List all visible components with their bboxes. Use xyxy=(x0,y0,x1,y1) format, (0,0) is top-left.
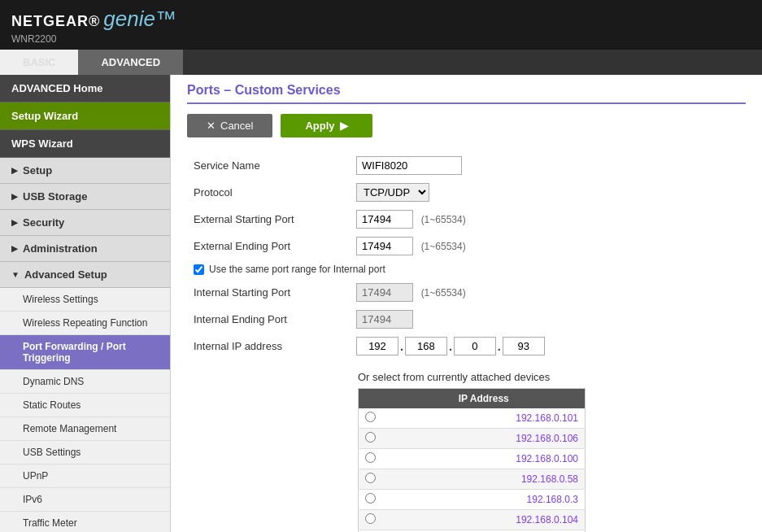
protocol-select[interactable]: TCP/UDP TCP UDP xyxy=(356,183,429,202)
security-arrow-icon: ▶ xyxy=(11,218,18,227)
sidebar-item-port-forwarding[interactable]: Port Forwarding / Port Triggering xyxy=(0,335,170,370)
device-table: IP Address 192.168.0.101 192.168.0.106 1… xyxy=(358,388,586,532)
device-row: 192.168.0.58 xyxy=(359,469,586,490)
service-name-cell xyxy=(350,152,746,179)
int-start-port-label: Internal Starting Port xyxy=(187,279,350,306)
ip-part-2[interactable] xyxy=(405,337,447,355)
device-table-label: Or select from currently attached device… xyxy=(358,371,746,383)
sidebar-item-wps-wizard[interactable]: WPS Wizard xyxy=(0,130,170,158)
cancel-label: Cancel xyxy=(220,120,253,132)
sidebar-item-usb-settings[interactable]: USB Settings xyxy=(0,441,170,464)
sidebar-group-usb-header[interactable]: ▶ USB Storage xyxy=(0,184,170,210)
apply-button[interactable]: Apply ▶ xyxy=(281,114,372,137)
sidebar-item-wireless-settings[interactable]: Wireless Settings xyxy=(0,288,170,312)
device-radio-cell xyxy=(359,449,383,469)
brand-genie: genie™ xyxy=(103,7,176,32)
device-row: 192.168.0.101 xyxy=(359,408,586,429)
device-radio-cell xyxy=(359,490,383,510)
same-range-label[interactable]: Use the same port range for Internal por… xyxy=(194,264,739,275)
ip-part-1[interactable] xyxy=(356,337,398,355)
ip-dot-2: . xyxy=(449,340,452,353)
tab-advanced[interactable]: ADVANCED xyxy=(78,50,183,75)
ip-label: Internal IP address xyxy=(187,333,350,360)
ip-cell: . . . xyxy=(350,333,746,360)
device-ip-5[interactable]: 192.168.0.104 xyxy=(383,510,586,530)
protocol-row: Protocol TCP/UDP TCP UDP xyxy=(187,179,746,206)
sidebar-item-wireless-repeating[interactable]: Wireless Repeating Function xyxy=(0,312,170,335)
protocol-label: Protocol xyxy=(187,179,350,206)
sidebar-item-upnp[interactable]: UPnP xyxy=(0,464,170,488)
device-radio-cell xyxy=(359,429,383,449)
tab-basic[interactable]: BASIC xyxy=(0,50,78,75)
int-end-port-label: Internal Ending Port xyxy=(187,306,350,333)
sidebar-group-setup-header[interactable]: ▶ Setup xyxy=(0,158,170,184)
device-ip-0[interactable]: 192.168.0.101 xyxy=(383,408,586,429)
ip-dot-1: . xyxy=(400,340,403,353)
sidebar-group-administration-header[interactable]: ▶ Administration xyxy=(0,236,170,262)
device-radio-3[interactable] xyxy=(365,473,376,483)
sidebar-group-usb: ▶ USB Storage xyxy=(0,184,170,210)
device-radio-4[interactable] xyxy=(365,493,376,504)
sidebar-group-advanced-setup-header[interactable]: ▼ Advanced Setup xyxy=(0,262,170,288)
apply-arrow-icon: ▶ xyxy=(340,120,348,132)
advanced-setup-submenu: Wireless Settings Wireless Repeating Fun… xyxy=(0,288,170,532)
form-table: Service Name Protocol TCP/UDP TCP UDP xyxy=(187,152,746,360)
same-range-checkbox[interactable] xyxy=(194,264,204,275)
ip-row: Internal IP address . . . xyxy=(187,333,746,360)
device-radio-1[interactable] xyxy=(365,432,376,443)
cancel-button[interactable]: ✕ Cancel xyxy=(187,114,272,137)
admin-label: Administration xyxy=(23,242,98,255)
device-ip-4[interactable]: 192.168.0.3 xyxy=(383,490,586,510)
int-end-port-row: Internal Ending Port xyxy=(187,306,746,333)
device-table-section: Or select from currently attached device… xyxy=(358,371,746,532)
setup-arrow-icon: ▶ xyxy=(11,166,18,175)
sidebar-group-security-header[interactable]: ▶ Security xyxy=(0,210,170,236)
sidebar-item-traffic-meter[interactable]: Traffic Meter xyxy=(0,512,170,532)
cancel-x-icon: ✕ xyxy=(207,120,216,132)
protocol-cell: TCP/UDP TCP UDP xyxy=(350,179,746,206)
int-end-port-cell xyxy=(350,306,746,333)
main-layout: ADVANCED Home Setup Wizard WPS Wizard ▶ … xyxy=(0,75,762,532)
service-name-row: Service Name xyxy=(187,152,746,179)
sidebar-item-advanced-home[interactable]: ADVANCED Home xyxy=(0,75,170,102)
ext-end-port-input[interactable] xyxy=(356,237,413,255)
device-table-radio-header xyxy=(359,389,383,409)
ip-dot-3: . xyxy=(498,340,501,353)
main-tabs: BASIC ADVANCED xyxy=(0,50,762,75)
device-radio-0[interactable] xyxy=(365,412,376,422)
device-radio-5[interactable] xyxy=(365,513,376,524)
int-end-port-input[interactable] xyxy=(356,310,413,329)
ip-part-4[interactable] xyxy=(503,337,545,355)
sidebar-item-setup-wizard[interactable]: Setup Wizard xyxy=(0,102,170,130)
device-radio-cell xyxy=(359,408,383,429)
ext-end-port-label: External Ending Port xyxy=(187,233,350,259)
same-range-row: Use the same port range for Internal por… xyxy=(187,259,746,279)
ip-part-3[interactable] xyxy=(454,337,496,355)
device-ip-1[interactable]: 192.168.0.106 xyxy=(383,429,586,449)
service-name-input[interactable] xyxy=(356,156,462,175)
sidebar-group-setup: ▶ Setup xyxy=(0,158,170,184)
int-start-port-input[interactable] xyxy=(356,283,413,302)
ext-end-port-row: External Ending Port (1~65534) xyxy=(187,233,746,259)
device-ip-3[interactable]: 192.168.0.58 xyxy=(383,469,586,490)
device-ip-2[interactable]: 192.168.0.100 xyxy=(383,449,586,469)
sidebar-item-remote-management[interactable]: Remote Management xyxy=(0,417,170,441)
same-range-cell: Use the same port range for Internal por… xyxy=(187,259,746,279)
device-row: 192.168.0.104 xyxy=(359,510,586,530)
page-title: Ports – Custom Services xyxy=(187,83,746,104)
device-row: 192.168.0.106 xyxy=(359,429,586,449)
ext-start-port-input[interactable] xyxy=(356,210,413,229)
ext-end-port-hint: (1~65534) xyxy=(421,241,466,252)
advanced-setup-label: Advanced Setup xyxy=(24,268,107,281)
sidebar-item-ipv6[interactable]: IPv6 xyxy=(0,488,170,512)
admin-arrow-icon: ▶ xyxy=(11,244,18,253)
ext-start-port-hint: (1~65534) xyxy=(421,214,466,225)
device-row: 192.168.0.3 xyxy=(359,490,586,510)
same-range-text: Use the same port range for Internal por… xyxy=(209,264,385,275)
device-radio-2[interactable] xyxy=(365,452,376,463)
sidebar-item-static-routes[interactable]: Static Routes xyxy=(0,394,170,417)
security-label: Security xyxy=(23,216,64,229)
apply-label: Apply xyxy=(305,120,334,132)
int-start-port-row: Internal Starting Port (1~65534) xyxy=(187,279,746,306)
sidebar-item-dynamic-dns[interactable]: Dynamic DNS xyxy=(0,370,170,394)
